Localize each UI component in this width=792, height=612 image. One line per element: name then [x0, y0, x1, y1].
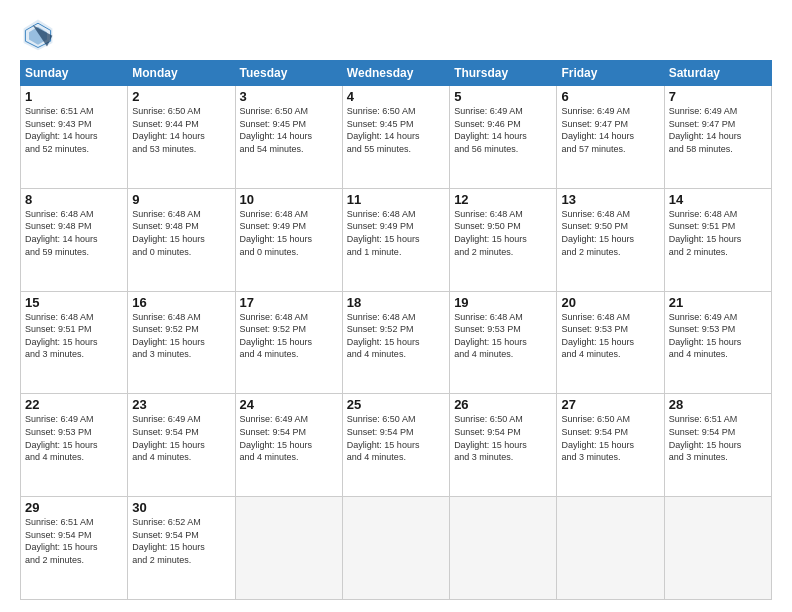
week-row-4: 22Sunrise: 6:49 AM Sunset: 9:53 PM Dayli… [21, 394, 772, 497]
day-info: Sunrise: 6:48 AM Sunset: 9:52 PM Dayligh… [240, 311, 338, 361]
calendar-cell: 12Sunrise: 6:48 AM Sunset: 9:50 PM Dayli… [450, 188, 557, 291]
day-info: Sunrise: 6:48 AM Sunset: 9:48 PM Dayligh… [25, 208, 123, 258]
day-number: 29 [25, 500, 123, 515]
day-number: 22 [25, 397, 123, 412]
calendar-cell: 20Sunrise: 6:48 AM Sunset: 9:53 PM Dayli… [557, 291, 664, 394]
calendar-cell [235, 497, 342, 600]
day-info: Sunrise: 6:50 AM Sunset: 9:54 PM Dayligh… [454, 413, 552, 463]
header-cell-saturday: Saturday [664, 61, 771, 86]
day-number: 21 [669, 295, 767, 310]
calendar-cell [557, 497, 664, 600]
day-info: Sunrise: 6:50 AM Sunset: 9:45 PM Dayligh… [347, 105, 445, 155]
day-number: 20 [561, 295, 659, 310]
logo-icon [20, 16, 56, 52]
calendar-table: SundayMondayTuesdayWednesdayThursdayFrid… [20, 60, 772, 600]
day-info: Sunrise: 6:49 AM Sunset: 9:46 PM Dayligh… [454, 105, 552, 155]
day-number: 13 [561, 192, 659, 207]
calendar-cell: 26Sunrise: 6:50 AM Sunset: 9:54 PM Dayli… [450, 394, 557, 497]
day-number: 11 [347, 192, 445, 207]
day-number: 1 [25, 89, 123, 104]
calendar-cell: 22Sunrise: 6:49 AM Sunset: 9:53 PM Dayli… [21, 394, 128, 497]
calendar-cell [664, 497, 771, 600]
calendar-cell: 1Sunrise: 6:51 AM Sunset: 9:43 PM Daylig… [21, 86, 128, 189]
day-info: Sunrise: 6:48 AM Sunset: 9:53 PM Dayligh… [454, 311, 552, 361]
day-info: Sunrise: 6:50 AM Sunset: 9:45 PM Dayligh… [240, 105, 338, 155]
header-cell-tuesday: Tuesday [235, 61, 342, 86]
day-number: 19 [454, 295, 552, 310]
calendar-cell: 16Sunrise: 6:48 AM Sunset: 9:52 PM Dayli… [128, 291, 235, 394]
calendar-header: SundayMondayTuesdayWednesdayThursdayFrid… [21, 61, 772, 86]
day-number: 28 [669, 397, 767, 412]
calendar-cell: 9Sunrise: 6:48 AM Sunset: 9:48 PM Daylig… [128, 188, 235, 291]
calendar-cell: 15Sunrise: 6:48 AM Sunset: 9:51 PM Dayli… [21, 291, 128, 394]
day-number: 17 [240, 295, 338, 310]
day-info: Sunrise: 6:48 AM Sunset: 9:49 PM Dayligh… [240, 208, 338, 258]
calendar-cell: 11Sunrise: 6:48 AM Sunset: 9:49 PM Dayli… [342, 188, 449, 291]
day-info: Sunrise: 6:50 AM Sunset: 9:54 PM Dayligh… [561, 413, 659, 463]
calendar-cell: 13Sunrise: 6:48 AM Sunset: 9:50 PM Dayli… [557, 188, 664, 291]
day-info: Sunrise: 6:48 AM Sunset: 9:52 PM Dayligh… [132, 311, 230, 361]
day-number: 25 [347, 397, 445, 412]
calendar-cell: 2Sunrise: 6:50 AM Sunset: 9:44 PM Daylig… [128, 86, 235, 189]
day-number: 3 [240, 89, 338, 104]
calendar-cell: 14Sunrise: 6:48 AM Sunset: 9:51 PM Dayli… [664, 188, 771, 291]
day-number: 14 [669, 192, 767, 207]
day-number: 26 [454, 397, 552, 412]
day-info: Sunrise: 6:51 AM Sunset: 9:54 PM Dayligh… [669, 413, 767, 463]
header-cell-friday: Friday [557, 61, 664, 86]
day-info: Sunrise: 6:50 AM Sunset: 9:44 PM Dayligh… [132, 105, 230, 155]
week-row-1: 1Sunrise: 6:51 AM Sunset: 9:43 PM Daylig… [21, 86, 772, 189]
day-info: Sunrise: 6:49 AM Sunset: 9:47 PM Dayligh… [669, 105, 767, 155]
day-info: Sunrise: 6:52 AM Sunset: 9:54 PM Dayligh… [132, 516, 230, 566]
day-info: Sunrise: 6:48 AM Sunset: 9:53 PM Dayligh… [561, 311, 659, 361]
header-row: SundayMondayTuesdayWednesdayThursdayFrid… [21, 61, 772, 86]
day-number: 7 [669, 89, 767, 104]
calendar-cell: 29Sunrise: 6:51 AM Sunset: 9:54 PM Dayli… [21, 497, 128, 600]
calendar-cell: 3Sunrise: 6:50 AM Sunset: 9:45 PM Daylig… [235, 86, 342, 189]
day-number: 6 [561, 89, 659, 104]
day-number: 15 [25, 295, 123, 310]
calendar-cell: 28Sunrise: 6:51 AM Sunset: 9:54 PM Dayli… [664, 394, 771, 497]
calendar-cell: 18Sunrise: 6:48 AM Sunset: 9:52 PM Dayli… [342, 291, 449, 394]
calendar-cell: 27Sunrise: 6:50 AM Sunset: 9:54 PM Dayli… [557, 394, 664, 497]
day-info: Sunrise: 6:50 AM Sunset: 9:54 PM Dayligh… [347, 413, 445, 463]
day-info: Sunrise: 6:48 AM Sunset: 9:51 PM Dayligh… [25, 311, 123, 361]
day-info: Sunrise: 6:51 AM Sunset: 9:43 PM Dayligh… [25, 105, 123, 155]
calendar-cell: 17Sunrise: 6:48 AM Sunset: 9:52 PM Dayli… [235, 291, 342, 394]
header [20, 16, 772, 52]
day-info: Sunrise: 6:49 AM Sunset: 9:47 PM Dayligh… [561, 105, 659, 155]
day-number: 18 [347, 295, 445, 310]
day-number: 23 [132, 397, 230, 412]
logo [20, 16, 60, 52]
day-number: 2 [132, 89, 230, 104]
calendar-cell: 8Sunrise: 6:48 AM Sunset: 9:48 PM Daylig… [21, 188, 128, 291]
day-number: 30 [132, 500, 230, 515]
header-cell-wednesday: Wednesday [342, 61, 449, 86]
header-cell-thursday: Thursday [450, 61, 557, 86]
day-number: 8 [25, 192, 123, 207]
week-row-2: 8Sunrise: 6:48 AM Sunset: 9:48 PM Daylig… [21, 188, 772, 291]
day-info: Sunrise: 6:49 AM Sunset: 9:54 PM Dayligh… [132, 413, 230, 463]
calendar-cell: 10Sunrise: 6:48 AM Sunset: 9:49 PM Dayli… [235, 188, 342, 291]
week-row-3: 15Sunrise: 6:48 AM Sunset: 9:51 PM Dayli… [21, 291, 772, 394]
day-info: Sunrise: 6:51 AM Sunset: 9:54 PM Dayligh… [25, 516, 123, 566]
day-info: Sunrise: 6:48 AM Sunset: 9:50 PM Dayligh… [561, 208, 659, 258]
calendar-cell: 24Sunrise: 6:49 AM Sunset: 9:54 PM Dayli… [235, 394, 342, 497]
calendar-cell: 19Sunrise: 6:48 AM Sunset: 9:53 PM Dayli… [450, 291, 557, 394]
calendar-cell: 5Sunrise: 6:49 AM Sunset: 9:46 PM Daylig… [450, 86, 557, 189]
calendar-cell [450, 497, 557, 600]
day-number: 5 [454, 89, 552, 104]
day-number: 16 [132, 295, 230, 310]
day-info: Sunrise: 6:48 AM Sunset: 9:49 PM Dayligh… [347, 208, 445, 258]
day-number: 4 [347, 89, 445, 104]
day-info: Sunrise: 6:48 AM Sunset: 9:48 PM Dayligh… [132, 208, 230, 258]
calendar-body: 1Sunrise: 6:51 AM Sunset: 9:43 PM Daylig… [21, 86, 772, 600]
page: SundayMondayTuesdayWednesdayThursdayFrid… [0, 0, 792, 612]
day-number: 27 [561, 397, 659, 412]
day-number: 9 [132, 192, 230, 207]
calendar-cell: 30Sunrise: 6:52 AM Sunset: 9:54 PM Dayli… [128, 497, 235, 600]
calendar-cell: 25Sunrise: 6:50 AM Sunset: 9:54 PM Dayli… [342, 394, 449, 497]
day-info: Sunrise: 6:48 AM Sunset: 9:52 PM Dayligh… [347, 311, 445, 361]
day-number: 12 [454, 192, 552, 207]
day-info: Sunrise: 6:49 AM Sunset: 9:53 PM Dayligh… [669, 311, 767, 361]
